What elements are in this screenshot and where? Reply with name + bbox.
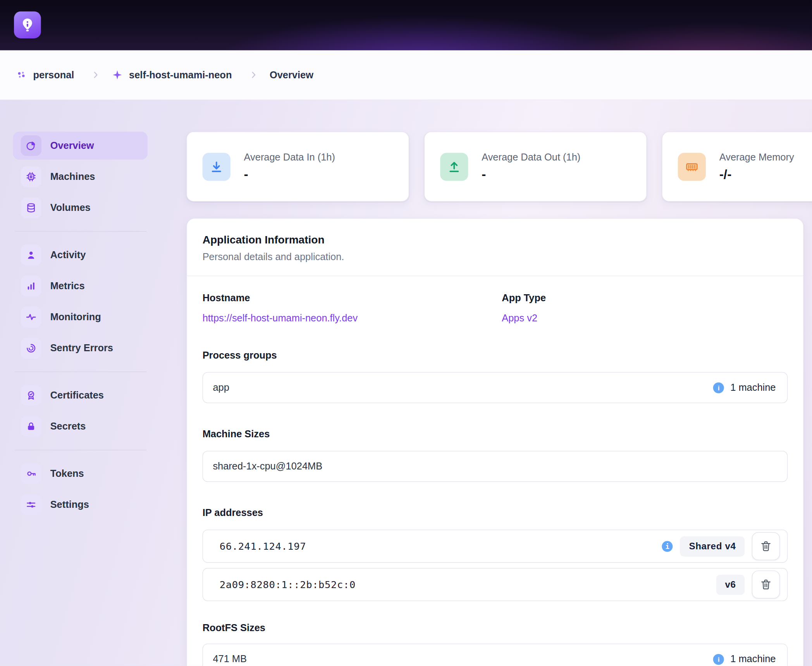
sidebar-item-settings[interactable]: Settings xyxy=(13,491,148,519)
flyio-logo[interactable] xyxy=(14,11,41,38)
ip-address-value: 2a09:8280:1::2b:b52c:0 xyxy=(220,579,356,590)
key-icon xyxy=(21,463,41,484)
app-type-label: App Type xyxy=(502,292,788,304)
machine-count: 1 machine xyxy=(730,382,776,393)
info-icon[interactable] xyxy=(713,654,724,664)
info-icon[interactable] xyxy=(662,541,673,552)
machine-size-value: shared-1x-cpu@1024MB xyxy=(213,461,322,472)
stat-card-memory: Average Memory -/- xyxy=(662,132,812,202)
memory-icon xyxy=(678,153,706,181)
stat-label: Average Data Out (1h) xyxy=(482,152,580,163)
info-icon[interactable] xyxy=(713,382,724,393)
sidebar: Overview Machines Volumes Activity xyxy=(13,132,186,666)
database-icon xyxy=(21,197,41,218)
stat-value: - xyxy=(482,167,580,182)
sidebar-item-sentry-errors[interactable]: Sentry Errors xyxy=(13,334,148,362)
app-type-link[interactable]: Apps v2 xyxy=(502,312,537,324)
sidebar-item-label: Secrets xyxy=(50,421,86,432)
sentry-spiral-icon xyxy=(21,338,41,359)
arrow-up-icon xyxy=(440,153,468,181)
process-group-name: app xyxy=(213,382,229,393)
trash-icon xyxy=(760,578,772,591)
hostname-link[interactable]: https://self-host-umami-neon.fly.dev xyxy=(203,312,358,324)
sidebar-item-label: Volumes xyxy=(50,202,91,213)
machine-count: 1 machine xyxy=(730,654,776,665)
rootfs-row: 471 MB 1 machine xyxy=(203,644,788,666)
card-subtitle: Personal details and application. xyxy=(203,251,788,262)
stat-label: Average Data In (1h) xyxy=(244,152,335,163)
pulse-icon xyxy=(21,307,41,327)
delete-ip-button[interactable] xyxy=(752,532,780,560)
pie-chart-icon xyxy=(21,135,41,156)
sidebar-item-label: Machines xyxy=(50,171,95,182)
machine-sizes-label: Machine Sizes xyxy=(203,428,788,440)
breadcrumb-page: Overview xyxy=(270,69,313,80)
breadcrumb: personal self-host-umami-neon Overview xyxy=(0,50,812,100)
breadcrumb-app[interactable]: self-host-umami-neon xyxy=(129,69,232,80)
sidebar-item-label: Overview xyxy=(50,140,94,151)
balloon-icon xyxy=(20,17,35,33)
arrow-down-icon xyxy=(203,153,231,181)
sidebar-divider xyxy=(15,371,147,372)
sidebar-item-label: Tokens xyxy=(50,468,84,479)
hostname-label: Hostname xyxy=(203,292,502,304)
sidebar-item-machines[interactable]: Machines xyxy=(13,163,148,191)
ip-type-badge: v6 xyxy=(716,575,745,595)
sidebar-item-label: Monitoring xyxy=(50,311,101,323)
stats-row: Average Data In (1h) - Average Data Out … xyxy=(186,132,812,202)
sidebar-item-label: Sentry Errors xyxy=(50,343,113,354)
chip-icon xyxy=(21,166,41,187)
hostname-apptype-grid: Hostname https://self-host-umami-neon.fl… xyxy=(203,292,788,324)
stat-card-data-in: Average Data In (1h) - xyxy=(186,132,409,202)
sidebar-item-label: Metrics xyxy=(50,280,85,292)
sidebar-item-label: Settings xyxy=(50,499,89,510)
sliders-icon xyxy=(21,494,41,515)
stat-card-data-out: Average Data Out (1h) - xyxy=(424,132,647,202)
sidebar-divider xyxy=(15,231,147,231)
sidebar-item-metrics[interactable]: Metrics xyxy=(13,272,148,300)
chevron-right-icon xyxy=(248,70,258,79)
ip-address-value: 66.241.124.197 xyxy=(220,540,306,552)
sidebar-item-tokens[interactable]: Tokens xyxy=(13,460,148,488)
user-icon xyxy=(21,245,41,265)
main-content: Average Data In (1h) - Average Data Out … xyxy=(186,132,812,666)
sparkle-icon xyxy=(112,69,123,80)
sidebar-item-monitoring[interactable]: Monitoring xyxy=(13,303,148,331)
rootfs-size-value: 471 MB xyxy=(213,654,247,665)
sidebar-item-certificates[interactable]: Certificates xyxy=(13,381,148,409)
card-title: Application Information xyxy=(203,234,788,246)
top-bar xyxy=(0,0,812,50)
process-group-row: app 1 machine xyxy=(203,372,788,403)
rootfs-sizes-label: RootFS Sizes xyxy=(203,622,788,634)
org-dots-icon xyxy=(15,69,27,80)
page-content: Overview Machines Volumes Activity xyxy=(0,100,812,666)
process-groups-label: Process groups xyxy=(203,349,788,362)
app-root: personal self-host-umami-neon Overview O… xyxy=(0,0,812,666)
ip-type-badge: Shared v4 xyxy=(680,536,745,556)
app-type-field: App Type Apps v2 xyxy=(502,292,788,324)
stat-label: Average Memory xyxy=(719,152,794,163)
ip-address-row: 2a09:8280:1::2b:b52c:0 v6 xyxy=(203,568,788,601)
hostname-field: Hostname https://self-host-umami-neon.fl… xyxy=(203,292,502,324)
stat-value: -/- xyxy=(719,167,794,182)
delete-ip-button[interactable] xyxy=(752,571,780,599)
breadcrumb-org[interactable]: personal xyxy=(33,69,74,80)
machine-size-row: shared-1x-cpu@1024MB xyxy=(203,451,788,482)
badge-check-icon xyxy=(21,385,41,405)
ip-address-row: 66.241.124.197 Shared v4 xyxy=(203,530,788,563)
sidebar-item-activity[interactable]: Activity xyxy=(13,241,148,269)
lock-icon xyxy=(21,416,41,437)
sidebar-item-overview[interactable]: Overview xyxy=(13,132,148,160)
application-information-card: Application Information Personal details… xyxy=(186,218,803,666)
sidebar-item-label: Certificates xyxy=(50,390,104,401)
ip-addresses-label: IP addresses xyxy=(203,507,788,519)
sidebar-item-secrets[interactable]: Secrets xyxy=(13,412,148,440)
bar-chart-icon xyxy=(21,276,41,296)
chevron-right-icon xyxy=(91,70,100,79)
sidebar-item-volumes[interactable]: Volumes xyxy=(13,194,148,222)
stat-value: - xyxy=(244,167,335,182)
card-header: Application Information Personal details… xyxy=(187,219,803,276)
trash-icon xyxy=(760,540,772,552)
sidebar-divider xyxy=(15,450,147,450)
card-body: Hostname https://self-host-umami-neon.fl… xyxy=(187,276,803,666)
